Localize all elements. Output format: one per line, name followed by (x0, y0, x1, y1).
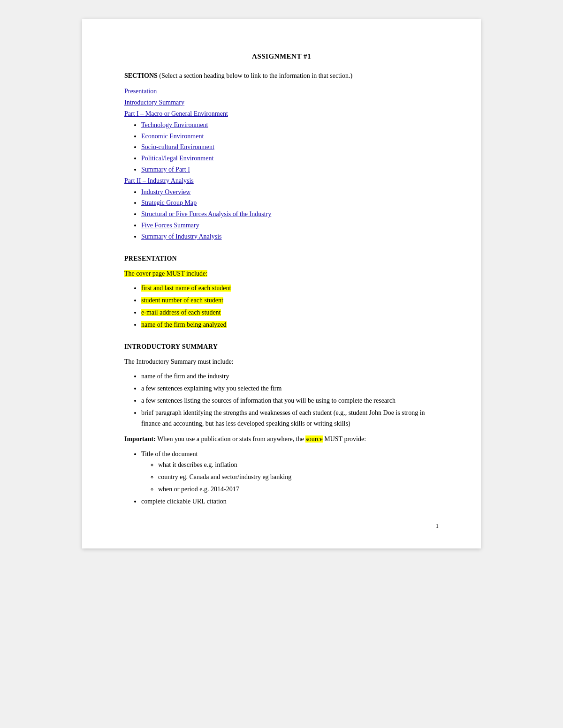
introductory-summary-heading: INTRODUCTORY SUMMARY (124, 342, 439, 352)
page-number: 1 (436, 522, 439, 530)
list-item: what it describes e.g. inflation (158, 459, 439, 471)
important-text2: MUST provide: (324, 435, 366, 443)
toc-link-presentation[interactable]: Presentation (124, 88, 157, 95)
cover-item-3: e-mail address of each student (141, 309, 221, 316)
cover-item-2: student number of each student (141, 297, 223, 304)
source-word: source (305, 435, 323, 443)
toc-sublist-part-ii: Industry Overview Strategic Group Map St… (141, 187, 439, 242)
list-item[interactable]: Industry Overview (141, 187, 439, 198)
toc-sublist-part-i: Technology Environment Economic Environm… (141, 120, 439, 175)
page-title: ASSIGNMENT #1 (124, 53, 439, 60)
toc-link-five-forces[interactable]: Structural or Five Forces Analysis of th… (141, 210, 271, 218)
toc-item-presentation[interactable]: Presentation (124, 86, 439, 97)
sections-label: SECTIONS (Select a section heading below… (124, 71, 439, 81)
list-item: first and last name of each student (141, 283, 439, 294)
toc-link-part-i[interactable]: Part I – Macro or General Environment (124, 110, 228, 117)
toc-link-socio-env[interactable]: Socio-cultural Environment (141, 143, 214, 150)
list-item: a few sentences explaining why you selec… (141, 383, 439, 394)
list-item[interactable]: Technology Environment (141, 120, 439, 131)
cover-item-1: first and last name of each student (141, 285, 231, 292)
list-item: e-mail address of each student (141, 307, 439, 318)
list-item[interactable]: Strategic Group Map (141, 197, 439, 209)
sub-list-document: what it describes e.g. inflation country… (158, 459, 439, 495)
list-item: when or period e.g. 2014-2017 (158, 484, 439, 495)
presentation-section: PRESENTATION The cover page MUST include… (124, 254, 439, 330)
cover-page-intro-text: The cover page MUST include: (124, 270, 207, 277)
introductory-summary-intro: The Introductory Summary must include: (124, 357, 439, 367)
list-item: a few sentences listing the sources of i… (141, 395, 439, 406)
list-item: student number of each student (141, 295, 439, 306)
cover-page-intro: The cover page MUST include: (124, 269, 439, 279)
list-item[interactable]: Summary of Industry Analysis (141, 231, 439, 242)
toc-link-summary-part-i[interactable]: Summary of Part I (141, 166, 190, 173)
presentation-heading: PRESENTATION (124, 254, 439, 264)
toc-link-tech-env[interactable]: Technology Environment (141, 121, 208, 128)
cover-page-list: first and last name of each student stud… (141, 283, 439, 330)
list-item: country eg. Canada and sector/industry e… (158, 472, 439, 483)
important-text: When you use a publication or stats from… (157, 435, 305, 443)
toc-item-part-i[interactable]: Part I – Macro or General Environment Te… (124, 108, 439, 175)
toc-link-five-forces-summary[interactable]: Five Forces Summary (141, 222, 199, 229)
important-label: Important: (124, 435, 156, 443)
introductory-summary-section: INTRODUCTORY SUMMARY The Introductory Su… (124, 342, 439, 507)
important-note: Important: When you use a publication or… (124, 434, 439, 444)
list-item[interactable]: Political/legal Environment (141, 153, 439, 164)
list-item[interactable]: Structural or Five Forces Analysis of th… (141, 209, 439, 220)
toc-item-introductory[interactable]: Introductory Summary (124, 97, 439, 108)
list-item[interactable]: Five Forces Summary (141, 220, 439, 231)
cover-item-4: name of the firm being analyzed (141, 321, 227, 328)
list-item: brief paragraph identifying the strength… (141, 407, 439, 430)
page: ASSIGNMENT #1 SECTIONS (Select a section… (82, 19, 481, 548)
sections-description: (Select a section heading below to link … (159, 72, 352, 79)
list-item[interactable]: Summary of Part I (141, 164, 439, 175)
list-item: complete clickable URL citation (141, 496, 439, 507)
list-item: name of the firm being analyzed (141, 319, 439, 330)
list-item: Title of the document what it describes … (141, 449, 439, 495)
important-list: Title of the document what it describes … (141, 449, 439, 507)
toc-link-political-env[interactable]: Political/legal Environment (141, 155, 213, 162)
toc-link-strategic-group-map[interactable]: Strategic Group Map (141, 199, 197, 206)
toc-item-part-ii[interactable]: Part II – Industry Analysis Industry Ove… (124, 175, 439, 242)
list-item[interactable]: Economic Environment (141, 131, 439, 142)
list-item[interactable]: Socio-cultural Environment (141, 142, 439, 153)
toc-link-summary-industry[interactable]: Summary of Industry Analysis (141, 233, 222, 240)
toc-link-industry-overview[interactable]: Industry Overview (141, 188, 190, 195)
toc-link-introductory[interactable]: Introductory Summary (124, 99, 184, 106)
toc-link-econ-env[interactable]: Economic Environment (141, 133, 204, 140)
list-item: name of the firm and the industry (141, 371, 439, 382)
toc-link-part-ii[interactable]: Part II – Industry Analysis (124, 177, 194, 184)
introductory-summary-list: name of the firm and the industry a few … (141, 371, 439, 429)
table-of-contents: Presentation Introductory Summary Part I… (124, 86, 439, 242)
